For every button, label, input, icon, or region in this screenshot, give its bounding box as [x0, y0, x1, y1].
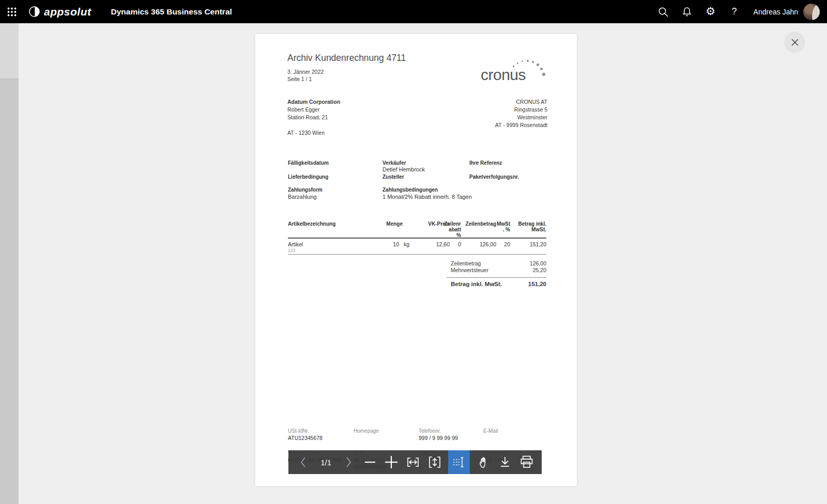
- totals-value: 126,00: [510, 260, 546, 266]
- brand-name: appsolut: [44, 6, 91, 18]
- document-title: Archiv Kundenrechnung 4711: [287, 53, 406, 64]
- table-row-rule: [288, 254, 546, 255]
- column-header-discount: Zeilenrabatt %: [443, 221, 461, 238]
- brand-logo: appsolut: [28, 5, 91, 18]
- recipient-name: Adatum Corporation: [287, 98, 340, 106]
- help-icon: ?: [732, 6, 737, 17]
- search-button[interactable]: [651, 0, 675, 23]
- notifications-button[interactable]: [675, 0, 699, 23]
- waffle-icon: [7, 7, 17, 17]
- minus-icon: [364, 456, 376, 468]
- footer-label: Telefonnr.: [419, 428, 441, 434]
- plus-icon: [384, 455, 399, 469]
- pdf-viewer-toolbar: 1/1: [288, 450, 542, 474]
- field-value: 1 Monat/2% Rabatt innerh. 8 Tagen: [382, 194, 472, 200]
- field-value: Detlef Hembrock: [382, 166, 425, 172]
- fit-height-button[interactable]: [427, 450, 442, 474]
- field-label: Fälligkeitsdatum: [288, 160, 329, 166]
- footer-label: Homepage: [354, 428, 379, 434]
- item-qty: 10: [378, 241, 399, 247]
- help-button[interactable]: ?: [723, 0, 746, 23]
- sender-address: CRONUS AT Ringstrasse 5 Westminster AT -…: [495, 98, 547, 129]
- download-icon: [498, 455, 512, 469]
- footer-label: USt-IdNr.: [288, 428, 309, 434]
- background-panel-top: [0, 23, 19, 79]
- recipient-line: Robert Egger: [287, 106, 340, 114]
- top-navigation-bar: appsolut Dynamics 365 Business Central ⚙…: [0, 0, 827, 23]
- footer-value: 999 / 9 99 99 99: [419, 435, 480, 442]
- item-total: 151,20: [512, 241, 546, 247]
- previous-page-button[interactable]: [296, 450, 311, 474]
- zoom-in-button[interactable]: [384, 450, 399, 474]
- print-button[interactable]: [519, 450, 534, 474]
- totals-label: Mehrwertsteuer: [451, 267, 488, 273]
- sender-line: Ringstrasse 5: [495, 106, 547, 114]
- item-amount: 126,00: [463, 241, 496, 247]
- field-label: Paketverfolgungsnr.: [469, 174, 519, 180]
- select-text-icon: [452, 455, 466, 469]
- gear-icon: ⚙: [706, 6, 715, 17]
- field-label: Ihre Referenz: [469, 160, 502, 166]
- user-avatar[interactable]: [803, 4, 820, 20]
- field-label: Zahlungsbedingungen: [382, 187, 438, 193]
- column-header-description: Artikelbezeichnung: [288, 221, 335, 227]
- hand-icon: [477, 455, 491, 469]
- chevron-left-icon: [298, 455, 309, 469]
- sender-line: Westminster: [495, 114, 547, 121]
- sender-line: CRONUS AT: [495, 98, 547, 106]
- fit-width-button[interactable]: [405, 450, 421, 474]
- column-header-vat: MwSt. %: [496, 221, 510, 232]
- item-description: Artikel: [288, 241, 303, 247]
- recipient-line: Station Road, 21: [287, 114, 340, 121]
- close-icon: [789, 37, 801, 48]
- invoice-document-page: Archiv Kundenrechnung 4711 3. Jänner 202…: [255, 34, 577, 486]
- document-date: 3. Jänner 2022: [287, 69, 324, 75]
- select-text-button[interactable]: [448, 450, 470, 474]
- bell-icon: [681, 6, 693, 18]
- next-page-button[interactable]: [341, 450, 356, 474]
- fit-width-icon: [406, 455, 420, 469]
- pan-tool-button[interactable]: [476, 450, 492, 474]
- footer-label: E-Mail: [483, 428, 498, 434]
- footer-value: ATU12345678: [288, 435, 349, 442]
- field-value: Barzahlung: [288, 194, 317, 200]
- user-name[interactable]: Andreas Jahn: [754, 8, 798, 16]
- column-header-amount: Zeilenbetrag: [463, 221, 496, 227]
- field-label: Lieferbedingung: [288, 174, 328, 180]
- item-vat: 20: [496, 241, 510, 247]
- grand-total-label: Betrag inkl. MwSt.: [451, 281, 502, 287]
- cronus-logo: cronus: [481, 55, 550, 87]
- search-icon: [657, 6, 669, 18]
- print-icon: [519, 454, 534, 470]
- recipient-line: AT - 1230 Wien: [287, 129, 340, 137]
- page-indicator: 1/1: [317, 458, 335, 467]
- sender-line: AT - 9999 Rosenstadt: [495, 121, 547, 129]
- totals-rule: [447, 277, 546, 278]
- recipient-address: Adatum Corporation Robert Egger Station …: [287, 98, 340, 137]
- background-panel-edge: [0, 23, 19, 504]
- column-header-total: Betrag inkl. MwSt.: [512, 221, 546, 232]
- item-discount: 0: [443, 241, 461, 247]
- document-page-number: Seite 1 / 1: [287, 76, 312, 82]
- item-uom: kg: [404, 241, 409, 247]
- app-launcher-button[interactable]: [0, 0, 24, 23]
- close-preview-button[interactable]: [784, 32, 805, 53]
- field-label: Zusteller: [382, 174, 404, 180]
- zoom-out-button[interactable]: [362, 450, 378, 474]
- app-title: Dynamics 365 Business Central: [111, 7, 232, 17]
- table-header-rule: [288, 238, 546, 239]
- totals-value: 25,20: [510, 267, 546, 273]
- field-label: Verkäufer: [382, 160, 406, 166]
- grand-total-value: 151,20: [505, 281, 546, 287]
- fit-height-icon: [427, 455, 442, 469]
- item-number: 123: [288, 248, 295, 253]
- column-header-qty: Menge: [372, 221, 403, 227]
- totals-label: Zeilenbetrag: [451, 260, 481, 266]
- appsolut-logo-icon: [28, 5, 41, 18]
- settings-button[interactable]: ⚙: [699, 0, 723, 23]
- field-label: Zahlungsform: [288, 187, 323, 193]
- cronus-logo-text: cronus: [481, 66, 526, 84]
- download-button[interactable]: [497, 450, 513, 474]
- chevron-right-icon: [343, 455, 354, 469]
